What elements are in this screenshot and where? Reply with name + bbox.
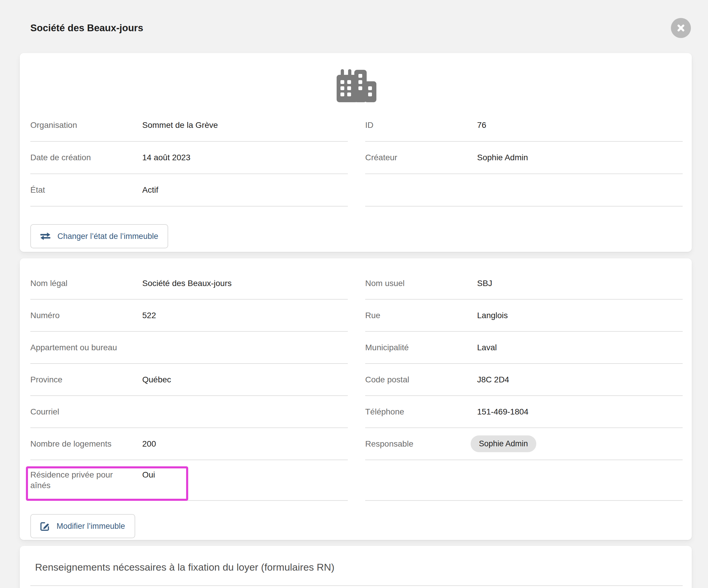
field-value: Laval xyxy=(477,342,497,353)
field-value: Sommet de la Grève xyxy=(142,120,218,130)
field-value: Société des Beaux-jours xyxy=(142,278,232,289)
field-value: Sophie Admin xyxy=(477,435,536,452)
field-row-nom-usuel: Nom usuel SBJ xyxy=(365,267,683,300)
field-value: Actif xyxy=(142,185,158,195)
field-label: Créateur xyxy=(365,152,477,163)
building-details-modal: Société des Beaux-jours xyxy=(0,0,708,588)
edit-building-button[interactable]: Modifier l’immeuble xyxy=(30,514,135,538)
field-label: Nom usuel xyxy=(365,278,477,289)
field-value: Sophie Admin xyxy=(477,152,528,163)
summary-card: Organisation Sommet de la Grève Date de … xyxy=(20,53,692,252)
summary-left-column: Organisation Sommet de la Grève Date de … xyxy=(30,109,348,206)
field-value: Oui xyxy=(122,470,155,480)
field-label: Nombre de logements xyxy=(30,439,142,449)
details-right-column: Nom usuel SBJ Rue Langlois Municipalité … xyxy=(365,267,683,501)
edit-building-button-label: Modifier l’immeuble xyxy=(57,522,125,531)
field-row-createur: Créateur Sophie Admin xyxy=(365,142,683,174)
field-label: ID xyxy=(365,120,477,130)
field-value: SBJ xyxy=(477,278,492,289)
field-label: Téléphone xyxy=(365,407,477,417)
field-value: 200 xyxy=(142,439,156,449)
field-row-numero: Numéro 522 xyxy=(30,300,348,332)
field-row-etat: État Actif xyxy=(30,174,348,206)
field-row-municipalite: Municipalité Laval xyxy=(365,332,683,364)
page-title: Société des Beaux-jours xyxy=(30,22,691,34)
change-state-button[interactable]: Changer l’état de l’immeuble xyxy=(30,224,168,248)
field-value: 522 xyxy=(142,310,156,321)
field-value: J8C 2D4 xyxy=(477,375,509,385)
field-row-organisation: Organisation Sommet de la Grève xyxy=(30,109,348,142)
rn-section-heading: Renseignements nécessaires à la fixation… xyxy=(35,561,683,574)
field-row-id: ID 76 xyxy=(365,109,683,142)
rn-section-card: Renseignements nécessaires à la fixation… xyxy=(20,546,692,588)
row-divider xyxy=(30,585,683,586)
field-row-residence-privee-ainés: Résidence privée pour aînés Oui xyxy=(30,460,348,501)
field-label: Municipalité xyxy=(365,342,477,353)
field-row-empty xyxy=(365,460,683,501)
modal-header: Société des Beaux-jours xyxy=(0,0,708,37)
field-label: Responsable xyxy=(365,439,477,449)
field-label: Courriel xyxy=(30,407,142,417)
details-fields: Nom légal Société des Beaux-jours Numéro… xyxy=(30,267,683,501)
responsable-pill: Sophie Admin xyxy=(471,435,536,452)
details-left-column: Nom légal Société des Beaux-jours Numéro… xyxy=(30,267,348,501)
close-button[interactable] xyxy=(671,18,691,38)
field-row-courriel: Courriel xyxy=(30,396,348,428)
field-value: 151-469-1804 xyxy=(477,407,528,417)
summary-fields: Organisation Sommet de la Grève Date de … xyxy=(30,109,683,206)
field-label: État xyxy=(30,185,142,195)
summary-actions: Changer l’état de l’immeuble xyxy=(30,224,683,252)
field-row-telephone: Téléphone 151-469-1804 xyxy=(365,396,683,428)
field-row-rue: Rue Langlois xyxy=(365,300,683,332)
details-card: Nom légal Société des Beaux-jours Numéro… xyxy=(20,258,692,540)
summary-right-column: ID 76 Créateur Sophie Admin xyxy=(365,109,683,206)
field-value: Langlois xyxy=(477,310,508,321)
field-label: Appartement ou bureau xyxy=(30,342,142,353)
field-label: Rue xyxy=(365,310,477,321)
field-label: Code postal xyxy=(365,375,477,385)
field-row-nombre-logements: Nombre de logements 200 xyxy=(30,428,348,460)
field-row-province: Province Québec xyxy=(30,364,348,396)
field-row-nom-legal: Nom légal Société des Beaux-jours xyxy=(30,267,348,300)
field-row-appartement: Appartement ou bureau xyxy=(30,332,348,364)
details-actions: Modifier l’immeuble xyxy=(30,514,683,540)
field-row-date-creation: Date de création 14 août 2023 xyxy=(30,142,348,174)
field-label: Nom légal xyxy=(30,278,142,289)
change-state-button-label: Changer l’état de l’immeuble xyxy=(57,232,158,241)
field-row-code-postal: Code postal J8C 2D4 xyxy=(365,364,683,396)
building-icon xyxy=(336,69,376,102)
field-row-responsable: Responsable Sophie Admin xyxy=(365,428,683,460)
field-value: 14 août 2023 xyxy=(142,152,190,163)
close-icon xyxy=(676,23,686,33)
field-label: Date de création xyxy=(30,152,142,163)
field-label: Organisation xyxy=(30,120,142,130)
swap-arrows-icon xyxy=(40,232,50,240)
field-label: Résidence privée pour aînés xyxy=(30,470,122,491)
field-label: Numéro xyxy=(30,310,142,321)
edit-pen-square-icon xyxy=(40,522,50,531)
field-value: 76 xyxy=(477,120,486,130)
field-row-empty xyxy=(365,174,683,206)
field-value: Québec xyxy=(142,375,171,385)
field-label: Province xyxy=(30,375,142,385)
building-icon-wrap xyxy=(30,53,683,109)
